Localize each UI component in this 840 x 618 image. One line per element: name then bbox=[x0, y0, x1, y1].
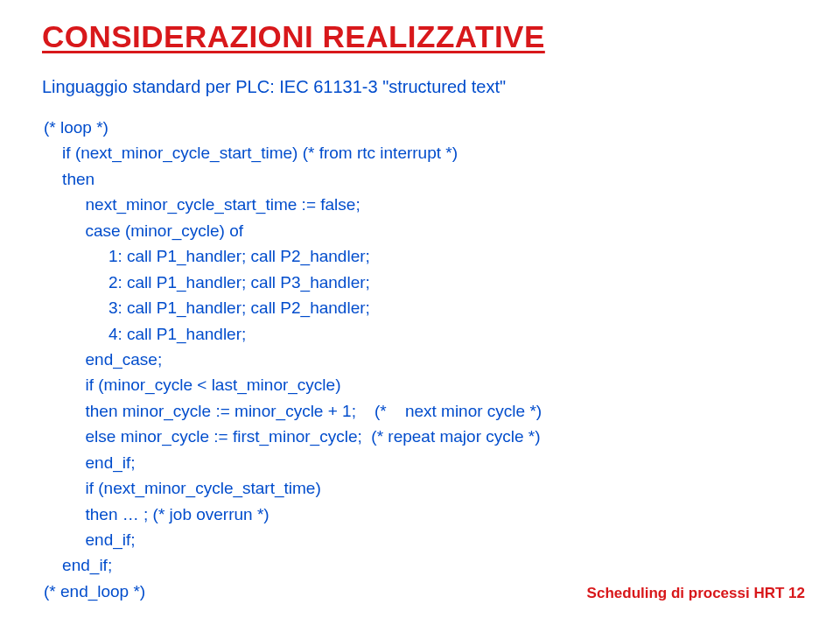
code-line: case (minor_cycle) of bbox=[44, 221, 243, 240]
code-line: 2: call P1_handler; call P3_handler; bbox=[44, 273, 370, 291]
slide-footer: Scheduling di processi HRT 12 bbox=[587, 585, 805, 602]
code-line: then … ; (* job overrun *) bbox=[44, 505, 270, 523]
code-line: else minor_cycle := first_minor_cycle; (… bbox=[44, 427, 541, 446]
slide-container: CONSIDERAZIONI REALIZZATIVE Linguaggio s… bbox=[0, 0, 840, 604]
slide-title: CONSIDERAZIONI REALIZZATIVE bbox=[42, 19, 798, 54]
code-line: end_if; bbox=[44, 556, 112, 574]
code-line: if (next_minor_cycle_start_time) (* from… bbox=[44, 144, 458, 162]
code-line: end_if; bbox=[44, 453, 136, 472]
code-line: if (minor_cycle < last_minor_cycle) bbox=[44, 376, 340, 394]
code-line: then bbox=[44, 170, 94, 188]
code-line: end_if; bbox=[44, 530, 136, 549]
code-block: (* loop *) if (next_minor_cycle_start_ti… bbox=[44, 115, 798, 604]
code-line: (* loop *) bbox=[44, 118, 108, 137]
code-line: 4: call P1_handler; bbox=[44, 325, 246, 343]
code-line: (* end_loop *) bbox=[44, 582, 145, 600]
code-line: next_minor_cycle_start_time := false; bbox=[44, 195, 360, 214]
code-line: 3: call P1_handler; call P2_handler; bbox=[44, 298, 370, 317]
code-line: then minor_cycle := minor_cycle + 1; (* … bbox=[44, 402, 542, 420]
slide-subtitle: Linguaggio standard per PLC: IEC 61131-3… bbox=[42, 77, 798, 97]
code-line: 1: call P1_handler; call P2_handler; bbox=[44, 247, 370, 265]
code-line: if (next_minor_cycle_start_time) bbox=[44, 479, 321, 497]
code-line: end_case; bbox=[44, 350, 162, 369]
